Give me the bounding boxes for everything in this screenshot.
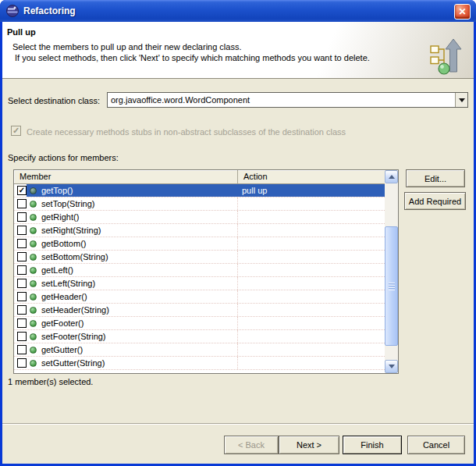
- action-cell[interactable]: [238, 357, 385, 369]
- column-header-member[interactable]: Member: [14, 170, 238, 183]
- row-checkbox[interactable]: ✓: [17, 186, 27, 195]
- row-checkbox-zone: [14, 330, 27, 343]
- member-name: getRight(): [41, 212, 79, 222]
- action-cell[interactable]: [238, 317, 385, 329]
- description-line-2: If you select methods, then click 'Next'…: [15, 53, 370, 62]
- table-row[interactable]: getBottom(): [14, 237, 385, 251]
- column-header-action[interactable]: Action: [238, 170, 385, 183]
- scrollbar-thumb[interactable]: [385, 226, 398, 346]
- table-row[interactable]: ✓getTop()pull up: [14, 184, 385, 197]
- row-checkbox[interactable]: [17, 345, 27, 354]
- member-cell[interactable]: getHeader(): [27, 290, 238, 303]
- table-row[interactable]: setRight(String): [14, 224, 385, 237]
- action-cell[interactable]: pull up: [238, 184, 385, 197]
- row-checkbox[interactable]: [17, 279, 27, 288]
- title-bar[interactable]: Refactoring ✕: [0, 0, 476, 22]
- member-cell[interactable]: getBottom(): [27, 237, 238, 250]
- action-cell[interactable]: [238, 237, 385, 250]
- cancel-button[interactable]: Cancel: [407, 436, 465, 454]
- table-row[interactable]: getFooter(): [14, 317, 385, 330]
- member-cell[interactable]: setHeader(String): [27, 304, 238, 316]
- row-checkbox-zone: [14, 224, 27, 237]
- action-cell[interactable]: [238, 224, 385, 237]
- public-method-icon: [30, 227, 37, 234]
- member-cell[interactable]: setRight(String): [27, 224, 238, 237]
- edit-button[interactable]: Edit...: [406, 169, 465, 187]
- member-cell[interactable]: getGutter(): [27, 343, 238, 356]
- member-cell[interactable]: getTop(): [27, 184, 238, 197]
- table-header: Member Action: [14, 170, 385, 184]
- member-cell[interactable]: getFooter(): [27, 317, 238, 329]
- member-name: getFooter(): [41, 318, 83, 328]
- table-row[interactable]: setLeft(String): [14, 277, 385, 290]
- action-cell[interactable]: [238, 290, 385, 303]
- table-row[interactable]: setBottom(String): [14, 251, 385, 264]
- public-method-icon: [30, 267, 37, 274]
- row-checkbox-zone: [14, 211, 27, 223]
- chevron-down-icon[interactable]: [455, 93, 467, 107]
- row-checkbox-zone: [14, 237, 27, 250]
- member-name: getHeader(): [41, 292, 87, 301]
- table-row[interactable]: setFooter(String): [14, 330, 385, 343]
- specify-actions-label: Specify actions for members:: [8, 153, 119, 162]
- row-checkbox[interactable]: [17, 265, 27, 275]
- row-checkbox-zone: [14, 357, 27, 369]
- table-row[interactable]: getHeader(): [14, 290, 385, 304]
- member-cell[interactable]: setBottom(String): [27, 251, 238, 263]
- row-checkbox-zone: ✓: [14, 184, 27, 197]
- row-checkbox-zone: [14, 197, 27, 210]
- member-cell[interactable]: setLeft(String): [27, 277, 238, 290]
- member-cell[interactable]: getRight(): [27, 211, 238, 223]
- scroll-up-icon[interactable]: [385, 170, 398, 183]
- back-button[interactable]: < Back: [224, 436, 279, 454]
- table-scrollbar[interactable]: [385, 170, 398, 373]
- button-bar-separator: [2, 423, 474, 425]
- member-name: setGutter(String): [41, 358, 105, 368]
- table-row[interactable]: getGutter(): [14, 343, 385, 357]
- row-checkbox-zone: [14, 343, 27, 356]
- member-name: setFooter(String): [41, 332, 106, 341]
- action-cell[interactable]: [238, 264, 385, 276]
- row-checkbox[interactable]: [17, 332, 27, 341]
- row-checkbox[interactable]: [17, 292, 27, 301]
- action-cell[interactable]: [238, 211, 385, 223]
- row-checkbox[interactable]: [17, 252, 27, 261]
- member-cell[interactable]: setTop(String): [27, 197, 238, 210]
- action-cell[interactable]: [238, 304, 385, 316]
- create-stubs-label: Create necessary methods stubs in non-ab…: [27, 127, 346, 137]
- action-cell[interactable]: [238, 197, 385, 210]
- member-name: setTop(String): [41, 199, 94, 208]
- row-checkbox[interactable]: [17, 212, 27, 222]
- row-checkbox[interactable]: [17, 226, 27, 235]
- table-row[interactable]: setGutter(String): [14, 357, 385, 370]
- next-button[interactable]: Next >: [279, 436, 339, 454]
- table-row[interactable]: setHeader(String): [14, 304, 385, 317]
- public-method-icon: [30, 307, 37, 314]
- destination-class-value: org.javaoffice.word.WordComponent: [108, 95, 455, 105]
- refactoring-dialog: Refactoring ✕ Pull up Select the members…: [0, 0, 476, 466]
- scroll-down-icon[interactable]: [385, 360, 398, 373]
- member-cell[interactable]: setFooter(String): [27, 330, 238, 343]
- member-name: getTop(): [41, 186, 73, 195]
- page-title: Pull up: [7, 27, 36, 37]
- action-cell[interactable]: [238, 343, 385, 356]
- action-cell[interactable]: [238, 251, 385, 263]
- row-checkbox-zone: [14, 277, 27, 290]
- table-row[interactable]: setTop(String): [14, 197, 385, 211]
- add-required-button[interactable]: Add Required: [404, 192, 466, 210]
- row-checkbox[interactable]: [17, 305, 27, 315]
- eclipse-app-icon: [6, 5, 19, 17]
- row-checkbox[interactable]: [17, 358, 27, 368]
- action-cell[interactable]: [238, 277, 385, 290]
- member-cell[interactable]: setGutter(String): [27, 357, 238, 369]
- destination-class-combo[interactable]: org.javaoffice.word.WordComponent: [107, 92, 468, 108]
- member-cell[interactable]: getLeft(): [27, 264, 238, 276]
- table-row[interactable]: getRight(): [14, 211, 385, 224]
- row-checkbox[interactable]: [17, 199, 27, 208]
- table-row[interactable]: getLeft(): [14, 264, 385, 277]
- close-button[interactable]: ✕: [454, 4, 471, 20]
- row-checkbox[interactable]: [17, 318, 27, 328]
- row-checkbox[interactable]: [17, 239, 27, 248]
- finish-button[interactable]: Finish: [343, 436, 402, 454]
- action-cell[interactable]: [238, 330, 385, 343]
